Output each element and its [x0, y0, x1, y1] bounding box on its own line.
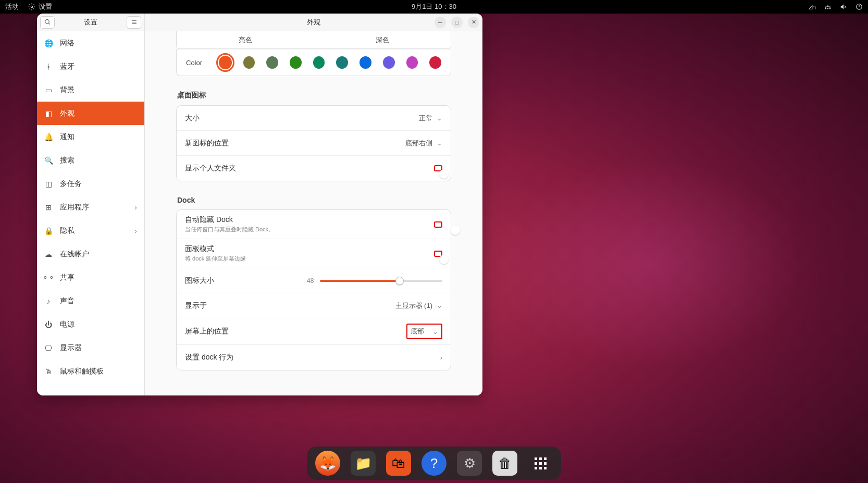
input-method-indicator[interactable]: zh [809, 3, 816, 11]
dock-trash[interactable]: 🗑 [492, 451, 517, 476]
color-label: Color [186, 59, 202, 67]
cloud-icon: ☁ [44, 250, 53, 258]
dock-panel: 自动隐藏 Dock 当任何窗口与其重叠时隐藏 Dock。 面板模式 将 dock… [176, 209, 451, 370]
dock: 🦊 📁 🛍 ? ⚙ 🗑 [307, 447, 561, 480]
sidebar-title: 设置 [58, 18, 123, 27]
color-swatch-magenta[interactable] [406, 56, 418, 69]
power-icon: ⏻ [44, 320, 53, 329]
dock-firefox[interactable]: 🦊 [315, 451, 340, 476]
dock-help[interactable]: ? [421, 451, 447, 476]
color-swatch-purple[interactable] [383, 56, 395, 69]
svg-point-6 [45, 20, 49, 24]
sidebar-item-background[interactable]: ▭背景 [37, 78, 144, 102]
share-icon: ⚬⚬ [44, 274, 53, 282]
maximize-button[interactable]: □ [451, 17, 463, 28]
slider-value: 48 [307, 277, 314, 284]
sidebar-item-sharing[interactable]: ⚬⚬共享 [37, 266, 144, 289]
minimize-button[interactable]: ─ [435, 17, 446, 28]
volume-icon[interactable] [840, 3, 847, 10]
row-icon-size-slider: 图标大小 48 [177, 268, 451, 293]
headerbar: 设置 外观 ─ □ ✕ [37, 14, 482, 31]
clock[interactable]: 9月1日 10：30 [412, 2, 456, 11]
gear-icon [28, 3, 35, 10]
desktop-wallpaper: 设置 外观 ─ □ ✕ 🌐网络 ᚼ蓝牙 ▭背景 ◧外观 🔔通知 [0, 14, 868, 483]
sidebar-item-online-accounts[interactable]: ☁在线帐户 [37, 242, 144, 266]
sidebar-item-sound[interactable]: ♪声音 [37, 289, 144, 313]
sidebar-item-search[interactable]: 🔍搜索 [37, 148, 144, 172]
apps-grid-icon [535, 457, 547, 469]
theme-dark-option[interactable]: 深色 [314, 31, 451, 48]
chevron-down-icon: ⌄ [437, 302, 442, 309]
theme-light-option[interactable]: 亮色 [177, 31, 314, 48]
sidebar-item-bluetooth[interactable]: ᚼ蓝牙 [37, 55, 144, 78]
dock-software[interactable]: 🛍 [386, 451, 411, 476]
color-swatch-sage[interactable] [266, 56, 278, 69]
chevron-right-icon: › [440, 354, 442, 362]
color-swatch-blue[interactable] [359, 56, 371, 69]
section-dock: Dock [177, 196, 451, 204]
desktop-icons-panel: 大小 正常 ⌄ 新图标的位置 底部右侧 ⌄ 显示个人文件夹 [176, 105, 451, 181]
close-button[interactable]: ✕ [468, 17, 479, 28]
color-swatch-red[interactable] [429, 56, 441, 69]
picture-icon: ▭ [44, 86, 53, 94]
row-panel-mode: 面板模式 将 dock 延伸至屏幕边缘 [177, 239, 451, 268]
sidebar-item-privacy[interactable]: 🔒隐私› [37, 219, 144, 242]
row-dock-position[interactable]: 屏幕上的位置 底部 ⌄ [177, 318, 451, 345]
color-swatch-teal[interactable] [313, 56, 325, 69]
color-swatch-cyan[interactable] [336, 56, 348, 69]
chevron-down-icon: ⌄ [432, 328, 438, 336]
settings-sidebar: 🌐网络 ᚼ蓝牙 ▭背景 ◧外观 🔔通知 🔍搜索 ◫多任务 ⊞应用程序› 🔒隐私›… [37, 31, 145, 395]
sidebar-item-notifications[interactable]: 🔔通知 [37, 125, 144, 148]
windows-icon: ◫ [44, 180, 53, 188]
network-icon[interactable] [824, 3, 832, 10]
lock-icon: 🔒 [44, 227, 53, 235]
app-menu[interactable]: 设置 [28, 2, 52, 11]
globe-icon: 🌐 [44, 39, 53, 47]
settings-content: 亮色 深色 Color 桌面图标 [145, 31, 482, 395]
accent-color-row: Color [176, 49, 451, 76]
theme-selector: 亮色 深色 [176, 31, 451, 49]
dock-settings[interactable]: ⚙ [457, 451, 482, 476]
dock-files[interactable]: 📁 [351, 451, 376, 476]
color-swatch-olive[interactable] [243, 56, 255, 69]
mouse-icon: 🖱 [44, 367, 53, 376]
chevron-right-icon: › [134, 227, 137, 235]
icon-size-slider[interactable] [320, 280, 442, 282]
sidebar-item-multitasking[interactable]: ◫多任务 [37, 172, 144, 195]
row-dock-behavior[interactable]: 设置 dock 行为 › [177, 345, 451, 370]
chevron-right-icon: › [134, 203, 137, 212]
page-title: 外观 [307, 18, 320, 27]
svg-point-3 [829, 8, 830, 9]
sidebar-item-displays[interactable]: 🖵显示器 [37, 336, 144, 360]
primary-menu-button[interactable] [127, 16, 141, 29]
row-autohide-dock: 自动隐藏 Dock 当任何窗口与其重叠时隐藏 Dock。 [177, 210, 451, 239]
power-icon[interactable] [855, 3, 863, 10]
row-new-icon-position[interactable]: 新图标的位置 底部右侧 ⌄ [177, 131, 451, 156]
bell-icon: 🔔 [44, 133, 53, 141]
svg-point-2 [827, 8, 828, 9]
color-swatch-orange[interactable] [219, 56, 232, 69]
display-icon: 🖵 [44, 344, 53, 352]
sidebar-item-network[interactable]: 🌐网络 [37, 31, 144, 55]
row-show-on[interactable]: 显示于 主显示器 (1) ⌄ [177, 293, 451, 318]
dock-show-apps[interactable] [528, 451, 553, 476]
sidebar-item-applications[interactable]: ⊞应用程序› [37, 195, 144, 219]
sidebar-item-power[interactable]: ⏻电源 [37, 313, 144, 336]
section-desktop-icons: 桌面图标 [177, 91, 451, 100]
chevron-down-icon: ⌄ [437, 114, 442, 122]
svg-point-0 [31, 6, 33, 8]
activities-button[interactable]: 活动 [5, 2, 19, 11]
search-button[interactable] [40, 16, 55, 29]
search-icon [44, 19, 51, 26]
color-swatch-green[interactable] [290, 56, 302, 69]
grid-icon: ⊞ [44, 203, 53, 212]
music-icon: ♪ [44, 297, 53, 305]
sidebar-item-appearance[interactable]: ◧外观 [37, 102, 144, 125]
row-show-home-folder: 显示个人文件夹 [177, 156, 451, 181]
bluetooth-icon: ᚼ [44, 63, 53, 71]
row-icon-size[interactable]: 大小 正常 ⌄ [177, 106, 451, 131]
sidebar-item-mouse[interactable]: 🖱鼠标和触摸板 [37, 360, 144, 383]
settings-window: 设置 外观 ─ □ ✕ 🌐网络 ᚼ蓝牙 ▭背景 ◧外观 🔔通知 [37, 14, 482, 395]
hamburger-icon [131, 19, 138, 26]
svg-point-1 [825, 8, 826, 9]
